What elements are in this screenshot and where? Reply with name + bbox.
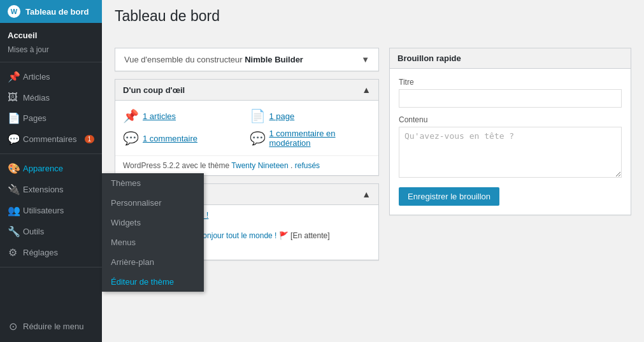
overview-widget: D'un coup d'œil ▲ 📌 1 articles 📄 1 page … xyxy=(115,79,379,176)
nimble-builder-brand: Nimble Builder xyxy=(245,55,303,64)
moderation-stat-link[interactable]: 1 commentaire en modération xyxy=(269,129,371,148)
overview-stat-commentaires: 💬 1 commentaire xyxy=(123,129,245,148)
theme-link[interactable]: Twenty Nineteen xyxy=(231,161,288,170)
sidebar-item-apparence[interactable]: 🎨 Apparence xyxy=(0,158,102,179)
sidebar-item-reglages[interactable]: ⚙ Réglages xyxy=(0,242,102,263)
sidebar-item-mises-a-jour[interactable]: Mises à jour xyxy=(0,44,102,58)
commentaires-badge: 1 xyxy=(85,135,95,143)
reglages-icon: ⚙ xyxy=(8,246,18,259)
sidebar-section-content: 📌 Articles 🖼 Médias 📄 Pages 💬 Commentair… xyxy=(0,62,102,154)
articles-icon: 📌 xyxy=(8,71,18,83)
nimble-chevron-icon[interactable]: ▼ xyxy=(361,55,369,64)
dropdown-item-widgets[interactable]: Widgets xyxy=(102,213,204,232)
dropdown-item-editeur-theme[interactable]: Éditeur de thème xyxy=(102,272,204,292)
wp-version-text: WordPress 5.2.2 avec le thème xyxy=(123,161,231,170)
medias-icon: 🖼 xyxy=(8,92,18,103)
wp-logo-icon: W xyxy=(8,5,20,18)
sidebar-section-appearance: 🎨 Apparence 🔌 Extensions 👥 Utilisateurs … xyxy=(0,154,102,267)
sidebar-item-medias[interactable]: 🖼 Médias xyxy=(0,87,102,108)
extensions-icon: 🔌 xyxy=(8,183,18,196)
sidebar-item-utilisateurs[interactable]: 👥 Utilisateurs xyxy=(0,200,102,221)
page-header: Tableau de bord xyxy=(102,0,644,35)
overview-footer: WordPress 5.2.2 avec le thème Twenty Nin… xyxy=(115,155,378,175)
sidebar-item-pages[interactable]: 📄 Pages xyxy=(0,108,102,129)
overview-stat-articles: 📌 1 articles xyxy=(123,108,245,124)
sidebar-header[interactable]: W Tableau de bord xyxy=(0,0,102,23)
sidebar-title: Tableau de bord xyxy=(25,7,89,17)
dropdown-item-personnaliser[interactable]: Personnaliser xyxy=(102,193,204,213)
nimble-builder-label: Vue d'ensemble du constructeur Nimble Bu… xyxy=(124,55,303,64)
commentaires-stat-icon: 💬 xyxy=(123,131,139,146)
quick-draft-title: Brouillon rapide xyxy=(397,53,461,63)
apparence-icon: 🎨 xyxy=(8,162,18,175)
content-textarea[interactable] xyxy=(399,127,622,178)
pages-stat-link[interactable]: 1 page xyxy=(269,111,295,121)
overview-title: D'un coup d'œil xyxy=(123,85,185,95)
utilisateurs-icon: 👥 xyxy=(8,204,18,217)
commentaires-icon: 💬 xyxy=(8,133,18,145)
right-column: Brouillon rapide Titre Contenu Enregistr… xyxy=(389,48,631,336)
dropdown-item-themes[interactable]: Thèmes xyxy=(102,173,204,193)
overview-stat-moderation: 💬 1 commentaire en modération xyxy=(250,129,371,148)
save-draft-button[interactable]: Enregistrer le brouillon xyxy=(399,187,499,206)
dropdown-item-menus[interactable]: Menus xyxy=(102,232,204,252)
overview-stat-pages: 📄 1 page xyxy=(250,108,371,124)
sidebar-item-accueil[interactable]: Accueil xyxy=(0,27,102,44)
quick-draft-header: Brouillon rapide xyxy=(390,48,631,69)
quick-draft-widget: Brouillon rapide Titre Contenu Enregistr… xyxy=(389,48,631,215)
dropdown-item-arriere-plan[interactable]: Arrière-plan xyxy=(102,252,204,272)
articles-stat-link[interactable]: 1 articles xyxy=(143,111,176,121)
sidebar-item-commentaires[interactable]: 💬 Commentaires 1 xyxy=(0,129,102,150)
sidebar: W Tableau de bord Accueil Mises à jour 📌… xyxy=(0,0,102,342)
sidebar-section-home: Accueil Mises à jour xyxy=(0,23,102,62)
overview-grid: 📌 1 articles 📄 1 page 💬 1 commentaire 💬 … xyxy=(115,101,378,155)
overview-widget-header: D'un coup d'œil ▲ xyxy=(115,80,378,101)
spam-link[interactable]: refusés xyxy=(295,161,320,170)
reduire-icon: ⊙ xyxy=(8,320,18,332)
sidebar-item-articles[interactable]: 📌 Articles xyxy=(0,66,102,87)
title-input[interactable] xyxy=(399,89,622,108)
page-title: Tableau de bord xyxy=(115,8,631,25)
sidebar-item-extensions[interactable]: 🔌 Extensions xyxy=(0,179,102,200)
sidebar-item-reduire[interactable]: ⊙ Réduire le menu xyxy=(0,316,102,337)
nimble-builder-box: Vue d'ensemble du constructeur Nimble Bu… xyxy=(115,48,379,71)
quick-draft-form: Titre Contenu Enregistrer le brouillon xyxy=(390,69,631,215)
sidebar-bottom: ⊙ Réduire le menu xyxy=(0,311,102,342)
title-label: Titre xyxy=(399,78,622,87)
articles-stat-icon: 📌 xyxy=(123,108,139,124)
moderation-stat-icon: 💬 xyxy=(250,131,266,146)
activity-chevron-icon[interactable]: ▲ xyxy=(362,189,371,199)
outils-icon: 🔧 xyxy=(8,225,18,238)
apparence-dropdown: Thèmes Personnaliser Widgets Menus Arriè… xyxy=(102,173,204,292)
commentaires-stat-link[interactable]: 1 commentaire xyxy=(143,134,197,143)
content-label: Contenu xyxy=(399,115,622,124)
activity-comment-post-link[interactable]: Bonjour tout le monde ! xyxy=(197,231,276,240)
pages-icon: 📄 xyxy=(8,112,18,124)
sidebar-item-outils[interactable]: 🔧 Outils xyxy=(0,221,102,242)
overview-chevron-icon[interactable]: ▲ xyxy=(362,85,371,95)
pages-stat-icon: 📄 xyxy=(250,108,266,124)
